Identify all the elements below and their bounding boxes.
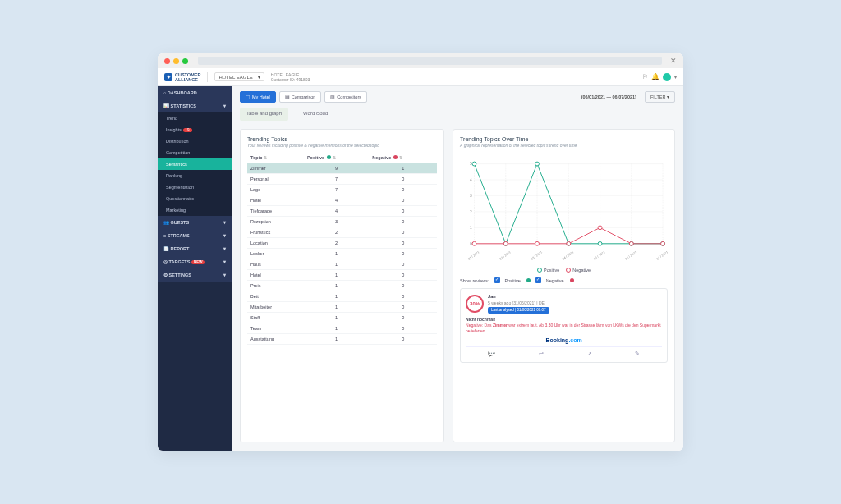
- svg-point-26: [472, 162, 476, 166]
- subtab-word-cloud[interactable]: Word cloud: [296, 108, 334, 121]
- close-dot[interactable]: [164, 58, 170, 64]
- insights-badge: 19: [183, 128, 192, 132]
- tab-comparison[interactable]: ▤ Comparison: [279, 91, 322, 103]
- chevron-down-icon[interactable]: ▾: [674, 74, 677, 80]
- table-row[interactable]: Lecker10: [247, 249, 437, 259]
- table-row[interactable]: Hotel40: [247, 195, 437, 206]
- nav-settings[interactable]: ⚙ SETTINGS▾: [158, 268, 232, 282]
- minimize-dot[interactable]: [173, 58, 179, 64]
- tab-competitors[interactable]: ▨ Competitors: [324, 91, 367, 103]
- table-row[interactable]: Lage70: [247, 185, 437, 195]
- nav-statistics[interactable]: 📊 STATISTICS▾: [158, 99, 232, 112]
- svg-text:3: 3: [470, 194, 472, 198]
- over-time-title: Trending Topics Over Time: [460, 136, 668, 142]
- table-row[interactable]: Rezeption30: [247, 217, 437, 227]
- bell-icon[interactable]: 🔔: [651, 73, 659, 80]
- flag-icon[interactable]: ⚐: [642, 73, 648, 80]
- divider: [207, 72, 208, 82]
- last-analysed-tag: Last analysed | 01/06/2021 00:07: [488, 307, 549, 314]
- col-topic[interactable]: Topic⇅: [247, 153, 304, 163]
- view-toolbar: ▢ My Hotel ▤ Comparison ▨ Competitors (0…: [232, 86, 683, 108]
- svg-point-35: [535, 241, 540, 245]
- nav-marketing[interactable]: Marketing: [158, 204, 232, 216]
- table-row[interactable]: Preis10: [247, 281, 437, 291]
- svg-text:5: 5: [470, 163, 472, 167]
- svg-text:4: 4: [470, 178, 472, 182]
- checkbox-positive[interactable]: [494, 277, 500, 283]
- table-row[interactable]: Staff10: [247, 313, 437, 323]
- review-title: Nicht nochmal!: [466, 317, 495, 322]
- table-row[interactable]: Team10: [247, 323, 437, 334]
- nav-semantics[interactable]: Semantics: [158, 158, 232, 170]
- table-row[interactable]: Location20: [247, 238, 437, 249]
- trending-title: Trending Topics: [247, 136, 437, 142]
- action-edit[interactable]: ✎: [635, 351, 640, 357]
- checkbox-negative[interactable]: [535, 277, 541, 283]
- table-row[interactable]: Hotel10: [247, 270, 437, 281]
- review-score: 30%: [466, 295, 484, 313]
- review-highlight: Zimmer: [493, 323, 508, 328]
- filter-button[interactable]: FILTER ▾: [645, 91, 675, 103]
- trending-subtitle: Your reviews including positive & negati…: [247, 143, 437, 148]
- action-reply[interactable]: ↩: [539, 351, 544, 357]
- legend-positive: Positive: [537, 268, 559, 273]
- targets-badge: new: [191, 260, 205, 264]
- nav-trend[interactable]: Trend: [158, 112, 232, 124]
- nav-targets[interactable]: ◎ TARGETS new▾: [158, 255, 232, 268]
- table-row[interactable]: Zimmer91: [247, 163, 437, 174]
- table-row[interactable]: Frühstück20: [247, 227, 437, 238]
- review-neg-label: Negative:: [466, 323, 483, 328]
- table-row[interactable]: Ausstattung10: [247, 334, 437, 345]
- review-filter-row: Show reviews: Positive Negative: [460, 277, 668, 283]
- reviewer-name: Jan: [488, 294, 495, 299]
- svg-point-28: [535, 162, 540, 166]
- hotel-selector[interactable]: HOTEL EAGLE ▾: [214, 72, 264, 81]
- customer-id: Customer ID: 491803: [271, 77, 310, 82]
- action-comment[interactable]: 💬: [488, 351, 495, 357]
- logo-icon: ✦: [164, 73, 172, 81]
- nav-guests[interactable]: 👥 GUESTS▾: [158, 216, 232, 229]
- url-bar[interactable]: [198, 57, 662, 65]
- tab-my-hotel[interactable]: ▢ My Hotel: [240, 91, 276, 103]
- maximize-dot[interactable]: [182, 58, 188, 64]
- svg-text:2: 2: [470, 210, 472, 214]
- avatar[interactable]: [663, 73, 671, 81]
- table-row[interactable]: Personal70: [247, 174, 437, 185]
- filter-label: Show reviews:: [460, 278, 489, 283]
- col-negative[interactable]: Negative ⇅: [369, 153, 437, 163]
- table-row[interactable]: Mitarbeiter10: [247, 302, 437, 313]
- nav-streams[interactable]: ≡ STREAMS▾: [158, 229, 232, 242]
- nav-questionnaire[interactable]: Questionnaire: [158, 193, 232, 204]
- nav-ranking[interactable]: Ranking: [158, 170, 232, 181]
- svg-text:04 / 2021: 04 / 2021: [561, 250, 574, 260]
- nav-competition[interactable]: Competition: [158, 147, 232, 158]
- nav-dashboard[interactable]: ⌂ DASHBOARD: [158, 86, 232, 99]
- over-time-subtitle: A graphical representation of the select…: [460, 143, 668, 148]
- chart-legend: Positive Negative: [460, 268, 668, 273]
- titlebar: ✕: [158, 53, 683, 68]
- nav-insights[interactable]: Insights 19: [158, 124, 232, 135]
- table-row[interactable]: Bett10: [247, 291, 437, 302]
- action-share[interactable]: ↗: [587, 351, 592, 357]
- brand-logo[interactable]: ✦ CUSTOMERALLIANCE: [164, 72, 200, 82]
- table-row[interactable]: Tiefgarage40: [247, 206, 437, 217]
- legend-negative: Negative: [566, 268, 591, 273]
- nav-distribution[interactable]: Distribution: [158, 135, 232, 147]
- svg-point-37: [598, 226, 602, 230]
- svg-text:03 / 2021: 03 / 2021: [530, 250, 543, 260]
- svg-point-33: [472, 241, 476, 245]
- review-source: Booking.com: [466, 337, 662, 343]
- close-icon[interactable]: ✕: [670, 57, 677, 65]
- hotel-select-label: HOTEL EAGLE: [218, 75, 252, 80]
- col-positive[interactable]: Positive ⇅: [304, 153, 369, 163]
- nav-segmentation[interactable]: Segmentation: [158, 181, 232, 193]
- svg-point-38: [629, 241, 633, 245]
- nav-report[interactable]: 📄 REPORT▾: [158, 242, 232, 255]
- svg-text:02 / 2021: 02 / 2021: [499, 250, 512, 260]
- table-row[interactable]: Haus10: [247, 259, 437, 270]
- svg-text:05 / 2021: 05 / 2021: [593, 250, 606, 260]
- svg-point-34: [503, 241, 508, 245]
- subtab-table-graph[interactable]: Table and graph: [240, 108, 288, 121]
- sidebar: ⌂ DASHBOARD 📊 STATISTICS▾ Trend Insights…: [158, 86, 232, 451]
- date-range[interactable]: (06/01/2021 — 06/07/2021): [581, 94, 636, 99]
